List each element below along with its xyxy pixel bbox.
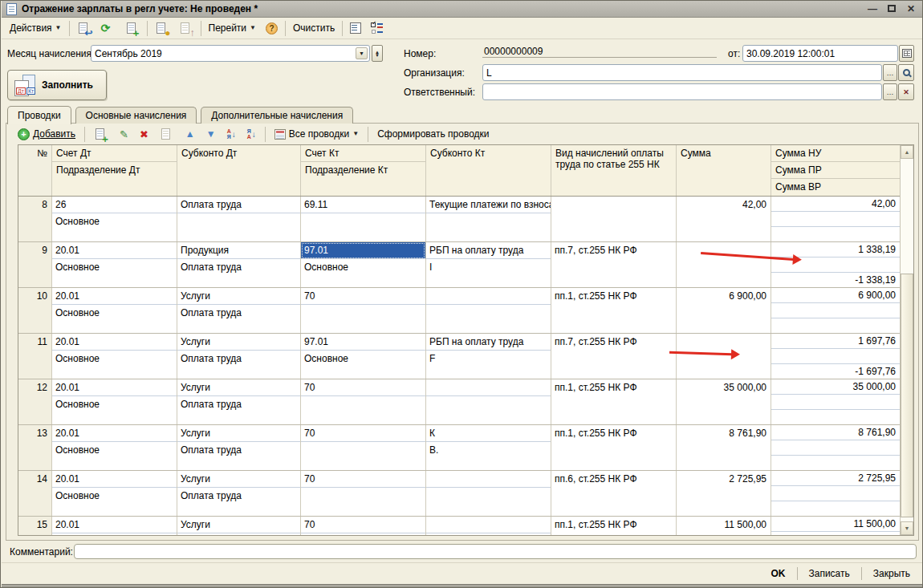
tab-additional-accruals[interactable]: Дополнительные начисления [201,107,353,124]
organization-search-button[interactable] [898,64,914,81]
cell-subk-dt[interactable]: Услуги [177,517,301,536]
organization-field[interactable]: L [482,64,882,81]
cell-sum-nu-pr-vr[interactable]: 2 725,95 [771,471,900,516]
cell-acc-kt[interactable]: 70 [301,288,426,333]
cell-sum[interactable]: 6 900,00 [677,288,771,333]
move-up-button[interactable]: ▲ [181,127,200,141]
header-acc-kt[interactable]: Счет КтПодразделение Кт [301,145,426,196]
cell-subk-dt[interactable]: УслугиОплата труда [177,288,301,333]
move-down-button[interactable]: ▼ [201,127,221,141]
organization-select-button[interactable]: … [883,64,897,81]
cell-acc-dt[interactable]: 20.01Основное [52,425,177,470]
cell-subk-dt[interactable]: УслугиОплата труда [177,425,301,470]
sort-asc-button[interactable]: АЯ ↓ [222,127,241,141]
cell-acc-dt[interactable]: 20.01Основное [52,334,177,379]
cell-subk-kt[interactable] [426,517,551,536]
cell-sum[interactable] [677,334,771,379]
cell-vid[interactable]: пп.1, ст.255 НК РФ [551,379,677,424]
end-edit-button[interactable] [155,126,179,143]
cell-subk-kt[interactable] [426,471,551,516]
cell-acc-kt[interactable]: 70 [301,517,426,536]
table-row[interactable]: 10 20.01Основное УслугиОплата труда 70 п… [18,288,900,334]
refresh-button[interactable]: ⟳ [96,20,120,37]
number-field[interactable]: 00000000009 [482,46,717,58]
vertical-scrollbar[interactable]: ▲ ▼ [900,145,913,535]
header-vid[interactable]: Вид начислений оплаты труда по статье 25… [551,145,677,196]
cell-vid[interactable]: пп.1, ст.255 НК РФ [551,517,677,536]
cell-vid[interactable]: пп.6, ст.255 НК РФ [551,471,677,516]
table-row[interactable]: 12 20.01Основное УслугиОплата труда 70 п… [18,379,900,425]
table-row[interactable]: 15 20.01 Услуги 70 пп.1, ст.255 НК РФ 11… [18,517,900,536]
fill-button[interactable]: Дт Кт Заполнить [7,70,107,100]
cell-num[interactable]: 12 [18,379,52,424]
cell-subk-kt[interactable] [426,288,551,333]
cell-acc-kt[interactable]: 70 [301,471,426,516]
table-row[interactable]: 14 20.01Основное УслугиОплата труда 70 п… [18,471,900,517]
minimize-icon[interactable]: — [867,3,878,14]
cell-num[interactable]: 11 [18,334,52,379]
cell-sum-nu-pr-vr[interactable]: 6 900,00 [771,288,900,333]
cell-sum[interactable] [677,242,771,287]
cell-sum[interactable]: 11 500,00 [677,517,771,536]
cell-sum-nu-pr-vr[interactable]: 35 000,00 [771,379,900,424]
cell-vid[interactable]: пп.7, ст.255 НК РФ [551,242,677,287]
grid-header[interactable]: № Счет ДтПодразделение Дт Субконто Дт Сч… [18,145,900,197]
all-postings-menu-button[interactable]: Все проводки ▼ [270,127,364,141]
post-document-button[interactable]: ● [150,20,174,37]
cell-acc-dt[interactable]: 20.01Основное [52,379,177,424]
cell-num[interactable]: 14 [18,471,52,516]
cell-vid[interactable] [551,197,677,241]
reread-button[interactable]: ↩ [72,20,96,37]
cell-num[interactable]: 8 [18,197,52,241]
responsible-clear-button[interactable]: ✕ [898,83,914,100]
header-sum-nu-pr-vr[interactable]: Сумма НУСумма ПРСумма ВР [771,145,900,196]
tab-main-accruals[interactable]: Основные начисления [75,107,197,124]
cell-num[interactable]: 15 [18,517,52,536]
comment-input[interactable] [74,544,917,559]
header-acc-dt[interactable]: Счет ДтПодразделение Дт [52,145,177,196]
sort-desc-button[interactable]: ЯА ↓ [242,127,261,141]
write-button[interactable]: Записать [803,566,856,581]
calendar-button[interactable] [899,45,914,62]
cell-sum-nu-pr-vr[interactable]: 1 697,76-1 697,76 [771,334,900,379]
form-settings-button[interactable] [366,21,388,35]
cell-subk-dt[interactable]: УслугиОплата труда [177,334,301,379]
cell-acc-dt[interactable]: 20.01Основное [52,471,177,516]
cell-acc-dt[interactable]: 20.01Основное [52,288,177,333]
list-settings-button[interactable] [345,21,366,35]
header-num[interactable]: № [18,145,52,196]
help-button[interactable]: ? [261,21,283,36]
copy-button[interactable]: ＋ [120,20,144,37]
add-row-button[interactable]: + Добавить [13,127,80,142]
cell-num[interactable]: 9 [18,242,52,287]
spinner-down-icon[interactable]: ▼ [375,54,380,57]
unpost-document-button[interactable]: ↑ [174,20,198,37]
cell-sum[interactable]: 42,00 [677,197,771,241]
cell-subk-kt[interactable]: РБП на оплату трудаF [426,334,551,379]
header-sum[interactable]: Сумма [677,145,771,196]
generate-postings-button[interactable]: Сформировать проводки [372,127,494,141]
month-combobox[interactable]: Сентябрь 2019 ▼ [91,45,370,62]
cell-vid[interactable]: пп.1, ст.255 НК РФ [551,288,677,333]
cell-vid[interactable]: пп.1, ст.255 НК РФ [551,425,677,470]
copy-row-button[interactable]: ＋ [89,126,113,143]
cell-vid[interactable]: пп.7, ст.255 НК РФ [551,334,677,379]
cell-subk-kt[interactable]: Текущие платежи по взносам [426,197,551,241]
delete-row-button[interactable]: ✖ [135,127,153,142]
cell-sum-nu-pr-vr[interactable]: 8 761,90 [771,425,900,470]
header-subk-kt[interactable]: Субконто Кт [426,145,551,196]
table-row[interactable]: 13 20.01Основное УслугиОплата труда 70 К… [18,425,900,471]
edit-row-button[interactable]: ✎ [115,127,133,142]
cell-acc-dt[interactable]: 26Основное [52,197,177,241]
responsible-select-button[interactable]: … [883,83,897,100]
chevron-down-icon[interactable]: ▼ [356,47,368,59]
actions-menu-button[interactable]: Действия ▼ [5,21,67,35]
cell-num[interactable]: 10 [18,288,52,333]
cell-sum-nu-pr-vr[interactable]: 1 338,19-1 338,19 [771,242,900,287]
table-row[interactable]: 11 20.01Основное УслугиОплата труда 97.0… [18,334,900,379]
cell-acc-dt[interactable]: 20.01Основное [52,242,177,287]
cell-sum[interactable]: 2 725,95 [677,471,771,516]
cell-acc-kt[interactable]: 69.11 [301,197,426,241]
tab-postings[interactable]: Проводки [7,106,71,124]
ok-button[interactable]: OK [765,566,792,581]
